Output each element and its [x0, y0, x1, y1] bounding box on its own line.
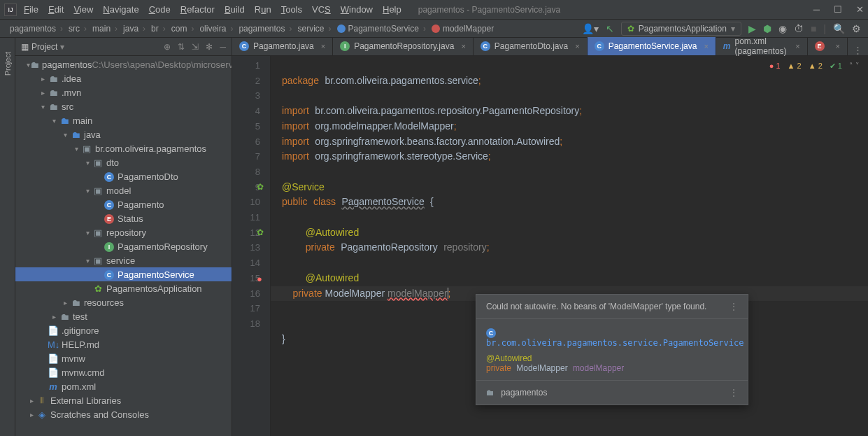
error-count: ● 1 — [769, 59, 781, 74]
tree-row[interactable]: ▸⫴External Libraries — [15, 393, 232, 407]
error-gutter-icon[interactable]: ● — [257, 272, 262, 287]
more-actions-icon[interactable]: ⋮ — [730, 302, 738, 311]
tree-row[interactable]: CPagamentoService — [15, 267, 232, 281]
menu-code[interactable]: Code — [149, 4, 171, 15]
maximize-button[interactable]: ☐ — [834, 4, 842, 15]
close-tab-icon[interactable]: × — [795, 42, 799, 50]
app-logo: IJ — [4, 3, 17, 16]
collapse-all-icon[interactable]: ⇲ — [192, 42, 199, 52]
tree-row[interactable]: ▸🖿.mvn — [15, 85, 232, 99]
menu-vcs[interactable]: VCS — [312, 4, 331, 15]
tree-row[interactable]: ▾🖿src — [15, 99, 232, 113]
breadcrumb-item[interactable]: PagamentoService — [334, 24, 429, 34]
window-title: pagamentos - PagamentoService.java — [418, 5, 560, 15]
settings-icon[interactable]: ✻ — [206, 42, 213, 52]
run-button[interactable]: ▶ — [748, 23, 756, 34]
settings-icon[interactable]: ⚙ — [852, 23, 861, 34]
breadcrumb-item[interactable]: oliveira — [197, 24, 236, 34]
tree-row[interactable]: ✿PagamentosApplication — [15, 281, 232, 295]
divider: | — [823, 23, 826, 34]
spring-gutter-icon[interactable]: ✿ — [257, 225, 264, 241]
gutter: ✿ ✿ ● 123456789101112131415161718 — [232, 56, 271, 436]
project-tree[interactable]: ▾🖿pagamentos C:\Users\apena\Desktop\micr… — [15, 56, 232, 436]
tree-row[interactable]: ▾🖿main — [15, 113, 232, 127]
tree-row[interactable]: IPagamentoRepository — [15, 239, 232, 253]
select-opened-icon[interactable]: ⊕ — [164, 42, 171, 52]
editor-tab[interactable]: m pom.xml (pagamentos)× — [716, 37, 808, 55]
run-config-selector[interactable]: ✿ PagamentosApplication ▾ — [621, 22, 741, 36]
breadcrumb-item[interactable]: modelMapper — [429, 24, 497, 34]
tree-row[interactable]: ▸🖿resources — [15, 295, 232, 309]
spring-gutter-icon[interactable]: ✿ — [257, 180, 264, 195]
tree-row[interactable]: 📄mvnw — [15, 351, 232, 365]
tree-row[interactable]: M↓HELP.md — [15, 337, 232, 351]
warning-count: ▲ 2 — [788, 59, 802, 74]
breadcrumb-item[interactable]: com — [169, 24, 197, 34]
tree-row[interactable]: ▾▣br.com.oliveira.pagamentos — [15, 141, 232, 155]
project-tool-tab[interactable]: Project — [3, 52, 12, 76]
editor-tab[interactable]: C PagamentoService.java× — [588, 37, 716, 55]
tabs-overflow-icon[interactable]: ⋮ — [848, 45, 868, 55]
tree-row[interactable]: ▾🖿java — [15, 127, 232, 141]
close-tab-icon[interactable]: × — [461, 42, 465, 50]
breadcrumb-item[interactable]: pagamentos — [236, 24, 294, 34]
tree-row[interactable]: EStatus — [15, 211, 232, 225]
breadcrumb-item[interactable]: pagamentos — [7, 24, 66, 34]
editor-tabs: C Pagamento.java×I PagamentoRepository.j… — [232, 38, 868, 56]
tree-row[interactable]: CPagamentoDto — [15, 169, 232, 183]
tooltip-class-link[interactable]: br.com.oliveira.pagamentos.service.Pagam… — [486, 338, 744, 348]
tree-row[interactable]: ▸🖿test — [15, 309, 232, 323]
profile-button[interactable]: ⏱ — [794, 23, 804, 34]
inspection-summary[interactable]: ● 1 ▲ 2 ▲ 2 ✔ 1 ˄ ˅ — [769, 59, 860, 74]
hammer-icon[interactable]: ↖ — [606, 23, 614, 34]
tree-row[interactable]: ▾▣service — [15, 253, 232, 267]
spring-icon: ✿ — [627, 24, 634, 34]
breadcrumb-item[interactable]: java — [120, 24, 148, 34]
menu-build[interactable]: Build — [225, 4, 245, 15]
tree-row[interactable]: ▾▣model — [15, 183, 232, 197]
editor-tab[interactable]: I PagamentoRepository.java× — [333, 37, 474, 55]
menu-help[interactable]: Help — [383, 4, 401, 15]
expand-all-icon[interactable]: ⇅ — [178, 42, 185, 52]
editor-tab[interactable]: C Pagamento.java× — [232, 37, 333, 55]
breadcrumb-item[interactable]: br — [148, 24, 169, 34]
tree-row[interactable]: ▾▣dto — [15, 155, 232, 169]
main-menu: File Edit View Navigate Code Refactor Bu… — [24, 4, 401, 15]
debug-button[interactable]: ⬢ — [763, 23, 771, 34]
menu-run[interactable]: Run — [255, 4, 271, 15]
breadcrumb-item[interactable]: service — [294, 24, 334, 34]
breadcrumb-item[interactable]: main — [90, 24, 120, 34]
menu-navigate[interactable]: Navigate — [103, 4, 138, 15]
close-tab-icon[interactable]: × — [704, 42, 708, 50]
hide-icon[interactable]: ─ — [220, 42, 226, 52]
menu-edit[interactable]: Edit — [48, 4, 64, 15]
editor-tab[interactable]: E × — [808, 37, 848, 55]
tree-row[interactable]: ▸◈Scratches and Consoles — [15, 407, 232, 421]
editor-tab[interactable]: C PagamentoDto.java× — [474, 37, 588, 55]
close-tab-icon[interactable]: × — [836, 42, 840, 50]
menu-view[interactable]: View — [73, 4, 93, 15]
tooltip-message: Could not autowire. No beans of 'ModelMa… — [486, 302, 706, 311]
tree-row[interactable]: ▾▣repository — [15, 225, 232, 239]
close-tab-icon[interactable]: × — [575, 42, 579, 50]
minimize-button[interactable]: ─ — [813, 4, 820, 15]
close-button[interactable]: ✕ — [856, 4, 864, 15]
tree-row[interactable]: 📄mvnw.cmd — [15, 365, 232, 379]
search-icon[interactable]: 🔍 — [833, 23, 845, 34]
more-actions-icon[interactable]: ⋮ — [730, 388, 738, 398]
menu-tools[interactable]: Tools — [281, 4, 302, 15]
tree-row[interactable]: ▸🖿.idea — [15, 71, 232, 85]
class-icon: C — [486, 328, 496, 338]
menu-refactor[interactable]: Refactor — [180, 4, 215, 15]
user-icon[interactable]: 👤▾ — [582, 23, 599, 34]
breadcrumb-item[interactable]: src — [66, 24, 90, 34]
menu-file[interactable]: File — [24, 4, 38, 15]
close-tab-icon[interactable]: × — [321, 42, 325, 50]
tree-row[interactable]: CPagamento — [15, 197, 232, 211]
stop-button[interactable]: ■ — [811, 23, 816, 34]
coverage-button[interactable]: ◉ — [778, 23, 787, 34]
menu-window[interactable]: Window — [341, 4, 373, 15]
tree-row[interactable]: mpom.xml — [15, 379, 232, 393]
tree-row[interactable]: 📄.gitignore — [15, 323, 232, 337]
tree-row[interactable]: ▾🖿pagamentos C:\Users\apena\Desktop\micr… — [15, 57, 232, 71]
